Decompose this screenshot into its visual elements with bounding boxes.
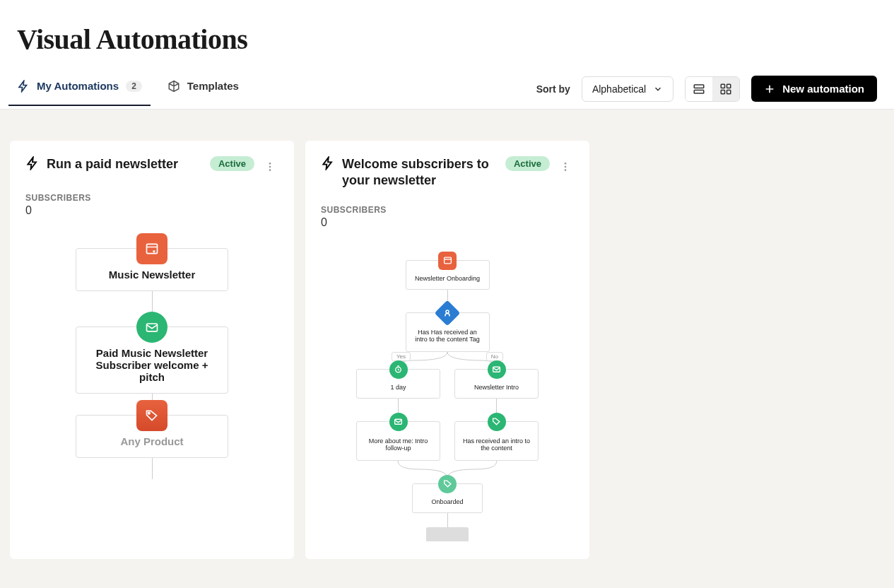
tag-icon [438,475,457,493]
svg-point-11 [148,412,151,414]
lightning-icon [17,80,30,93]
more-menu-button[interactable] [261,156,278,177]
new-automation-button[interactable]: New automation [751,76,877,102]
sort-label: Sort by [536,83,570,95]
subscribers-label: SUBSCRIBERS [25,193,278,203]
chevron-down-icon [653,84,663,94]
sort-selected: Alphabetical [592,83,646,95]
page-title: Visual Automations [17,23,877,56]
automation-card[interactable]: Run a paid newsletter Active SUBSCRIBERS… [10,141,294,559]
form-icon [136,233,167,264]
flow-node: Onboarded [412,483,483,513]
svg-point-12 [565,163,567,165]
view-toggle [685,76,740,102]
card-title: Run a paid newsletter [47,156,178,172]
status-badge: Active [210,156,254,171]
svg-rect-0 [694,85,704,88]
flow-node-label: Paid Music Newsletter Subscriber welcome… [96,347,208,383]
flow-node-label: Music Newsletter [109,269,196,281]
tab-label: Templates [187,80,239,92]
flow-node: Newsletter Onboarding [406,260,490,290]
status-badge: Active [505,156,550,171]
connector [152,458,153,479]
tag-icon [488,413,506,431]
form-icon [438,252,457,270]
flow-node: Music Newsletter [76,248,228,291]
kebab-icon [560,159,571,175]
lightning-icon [321,156,335,170]
cards-grid: Run a paid newsletter Active SUBSCRIBERS… [0,110,894,588]
svg-rect-15 [444,257,451,264]
svg-rect-9 [147,244,158,253]
flow-preview: Music Newsletter Paid Music Newsletter S… [25,248,278,479]
branch-yes-label: Yes [392,352,411,361]
clock-icon [389,360,408,379]
flow-node-label: Has Has received an intro to the content… [415,329,479,343]
card-title: Welcome subscribers to your newsletter [342,156,498,189]
flow-node: More about me: Intro follow-up [356,421,440,461]
flow-node-end [426,527,469,541]
svg-point-6 [269,163,271,165]
svg-point-13 [565,166,567,168]
list-view-button[interactable] [686,77,712,101]
flow-node-label: Any Product [120,435,183,447]
svg-point-8 [269,169,271,171]
svg-point-16 [446,310,449,313]
subscribers-value: 0 [321,216,574,229]
svg-rect-2 [721,84,724,88]
automation-card[interactable]: Welcome subscribers to your newsletter A… [305,141,589,559]
flow-node-label: More about me: Intro follow-up [369,437,428,452]
flow-node: 1 day [356,369,440,399]
svg-rect-10 [147,324,158,331]
svg-point-7 [269,166,271,168]
svg-rect-4 [721,90,724,93]
svg-rect-3 [727,84,731,88]
tabs: My Automations 2 Templates [17,80,239,105]
grid-icon [719,83,732,95]
flow-node: Has received an intro to the content [454,421,539,461]
svg-rect-5 [727,90,731,93]
controls: Sort by Alphabetical New automa [536,76,877,109]
box-icon [167,80,180,93]
plus-icon [764,83,775,95]
mail-icon [389,413,408,431]
new-button-label: New automation [782,83,864,95]
flow-node-label: Has received an intro to the content [463,437,530,452]
flow-node: Any Product [76,415,228,458]
flow-preview: Newsletter Onboarding Has Has received a… [321,260,574,541]
flow-node: Has Has received an intro to the content… [406,312,490,352]
flow-node: Newsletter Intro [454,369,539,399]
mail-icon [488,360,506,379]
sort-select[interactable]: Alphabetical [582,76,674,102]
flow-node-label: Onboarded [431,498,463,505]
branch-no-label: No [486,352,503,361]
flow-node-label: Newsletter Onboarding [415,275,480,282]
flow-node-label: Newsletter Intro [474,384,519,391]
grid-view-button[interactable] [712,77,739,101]
connector [447,513,448,527]
kebab-icon [264,159,276,175]
branch-connector [355,352,539,369]
tab-label: My Automations [37,80,119,92]
flow-node-label: 1 day [390,384,406,391]
tab-count-badge: 2 [126,81,142,92]
tag-icon [136,400,167,431]
condition-icon [435,300,461,326]
nav-row: My Automations 2 Templates Sort by Alpha… [0,76,894,110]
subscribers-value: 0 [25,204,278,217]
mail-icon [136,312,167,343]
flow-node: Paid Music Newsletter Subscriber welcome… [76,327,228,394]
tab-templates[interactable]: Templates [167,80,239,105]
list-icon [693,83,705,95]
tab-my-automations[interactable]: My Automations 2 [17,80,142,105]
svg-point-14 [565,169,567,171]
subscribers-label: SUBSCRIBERS [321,205,574,215]
svg-rect-1 [694,90,704,93]
lightning-icon [25,156,40,170]
more-menu-button[interactable] [557,156,574,177]
